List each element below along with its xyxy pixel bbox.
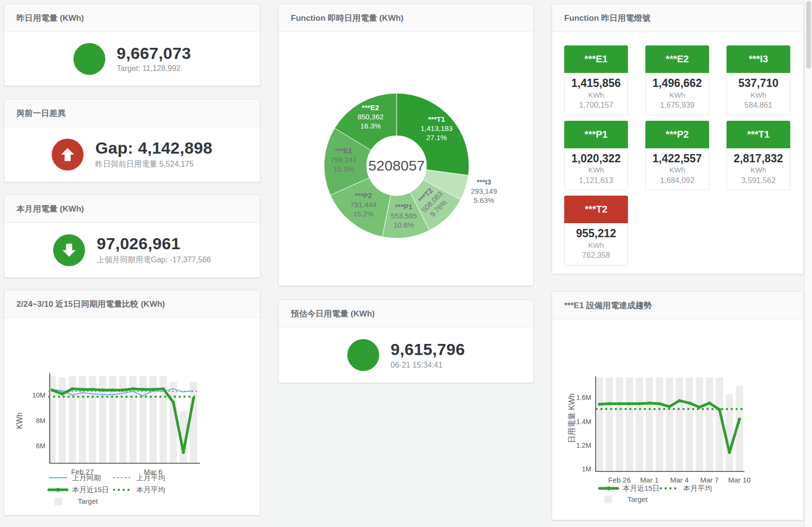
series-point: [101, 388, 104, 391]
legend-item[interactable]: 本月近15日: [599, 484, 660, 492]
status-tile-p2: ***P21,422,557KWh1,684,092: [645, 121, 709, 191]
legend-label: 上月平均: [136, 473, 165, 482]
tile-header: ***T2: [564, 196, 628, 223]
tile-unit: KWh: [727, 165, 790, 175]
legend-label: 本月平均: [136, 485, 165, 494]
legend-item[interactable]: 本月平均: [113, 485, 165, 494]
tile-subvalue: 1,684,092: [646, 175, 709, 186]
series-point: [71, 387, 74, 390]
tile-value: 1,496,662: [646, 76, 709, 90]
legend-item[interactable]: 上月同期: [49, 473, 101, 482]
stat-timestamp: 06-21 15:34:41: [391, 361, 465, 370]
tile-header: ***I3: [727, 45, 790, 73]
tile-body: 2,817,832KWh3,591,562: [727, 148, 790, 191]
series-point: [628, 402, 631, 405]
y-axis-label: KWh: [15, 413, 24, 429]
x-tick-label: Mar 7: [700, 476, 719, 484]
status-tile-e2: ***E21,496,662KWh1,675,939: [645, 45, 709, 115]
legend-label: 本月近15日: [623, 484, 660, 492]
dashboard: 昨日用電量 (KWh) 9,667,073 Target: 11,128,992…: [0, 0, 812, 527]
tile-subvalue: 1,675,939: [646, 100, 709, 111]
y-tick-label: 6M: [36, 442, 45, 450]
panel-title[interactable]: Function 昨日用電燈號: [564, 13, 650, 24]
target-bar: [676, 377, 683, 471]
panel-header: ***E1 設備用電達成趨勢: [552, 292, 803, 319]
arrow-down-icon: [53, 234, 85, 266]
panel-body: ***E11,415,856KWh1,700,157***E21,496,662…: [552, 32, 803, 274]
stat-row: 9,615,796 06-21 15:34:41: [279, 328, 533, 383]
tile-unit: KWh: [565, 165, 627, 175]
series-point: [172, 400, 175, 403]
target-bar: [696, 377, 703, 471]
stat-value: 9,667,073: [117, 44, 191, 62]
target-bar: [616, 377, 623, 471]
legend-label: 上月同期: [72, 473, 101, 482]
legend-item[interactable]: Target: [55, 497, 99, 505]
panel-estimate-today: 預估今日用電量 (KWh) 9,615,796 06-21 15:34:41: [278, 299, 534, 383]
realtime-usage-donut-chart: ***T11,413,18327.1%***I3293,1495.63%***T…: [279, 32, 533, 285]
series-point: [618, 402, 621, 405]
legend-square-icon: [604, 496, 612, 503]
legend-item[interactable]: 上月平均: [113, 473, 165, 482]
series-point: [718, 408, 721, 411]
status-tile-t1: ***T12,817,832KWh3,591,562: [727, 121, 790, 191]
panel-title[interactable]: Function 即時日用電量 (KWh): [291, 13, 403, 24]
tile-body: 1,496,662KWh1,675,939: [645, 73, 709, 115]
scrollbar-track[interactable]: [804, 0, 812, 527]
tile-subvalue: 1,700,157: [565, 100, 627, 111]
tile-unit: KWh: [727, 90, 790, 100]
stat-row: 97,026,961 上個月同期用電Gap: -17,377,566: [4, 223, 260, 277]
panel-yesterday-usage: 昨日用電量 (KWh) 9,667,073 Target: 11,128,992: [4, 4, 260, 86]
series-point: [638, 402, 641, 405]
series-point: [152, 388, 155, 391]
panel-title[interactable]: 預估今日用電量 (KWh): [291, 308, 375, 319]
panel-status-lights: Function 昨日用電燈號 ***E11,415,856KWh1,700,1…: [552, 4, 804, 274]
panel-title[interactable]: 與前一日差異: [16, 108, 66, 119]
stat-value: 9,615,796: [391, 341, 465, 358]
panel-title[interactable]: 本月用電量 (KWh): [16, 203, 84, 214]
target-bar: [596, 377, 603, 471]
stat-text: 9,667,073 Target: 11,128,992: [117, 44, 191, 73]
target-bar: [686, 377, 693, 471]
status-tile-p1: ***P11,020,322KWh1,121,613: [564, 121, 628, 191]
tile-value: 955,212: [565, 227, 627, 241]
series-point: [162, 387, 165, 390]
series-point: [51, 388, 54, 391]
y-tick-label: 8M: [36, 417, 45, 425]
panel-body: 9,667,073 Target: 11,128,992: [4, 32, 260, 85]
donut-slice-label: ***I3293,1495.63%: [471, 178, 497, 204]
scrollbar-thumb[interactable]: [806, 1, 811, 69]
series-point: [728, 451, 731, 454]
stat-text: 9,615,796 06-21 15:34:41: [391, 341, 465, 369]
legend-item[interactable]: 本月平均: [660, 484, 712, 492]
series-point: [91, 388, 94, 391]
legend-label: 本月近15日: [72, 485, 109, 494]
series-point: [121, 388, 124, 391]
series-point: [658, 402, 661, 405]
panel-body: Gap: 4,142,898 昨日與前日用電量 5,524,175: [4, 127, 260, 182]
panel-header: 預估今日用電量 (KWh): [279, 300, 533, 328]
panel-body: 97,026,961 上個月同期用電Gap: -17,377,566: [4, 223, 260, 277]
legend-label: Target: [78, 497, 99, 505]
legend-line-dot: [607, 486, 611, 490]
tile-value: 1,422,557: [646, 152, 709, 166]
series-point: [142, 388, 144, 391]
tile-body: 955,212KWh762,358: [564, 223, 628, 266]
stat-subtext: 昨日與前日用電量 5,524,175: [95, 159, 212, 170]
legend-item[interactable]: Target: [604, 495, 648, 503]
panel-title[interactable]: 昨日用電量 (KWh): [16, 13, 84, 24]
panel-title[interactable]: ***E1 設備用電達成趨勢: [564, 300, 652, 311]
tile-body: 537,710KWh584,861: [727, 73, 790, 115]
y-tick-label: 1M: [582, 465, 591, 473]
stat-subtext: 上個月同期用電Gap: -17,377,566: [97, 255, 211, 265]
panel-title[interactable]: 2/24~3/10 近15日同期用電量比較 (KWh): [16, 299, 165, 310]
tile-subvalue: 584,861: [727, 100, 790, 111]
series-point: [668, 405, 671, 408]
series-point: [182, 451, 185, 454]
tile-body: 1,422,557KWh1,684,092: [645, 148, 709, 191]
target-bar: [636, 377, 643, 471]
series-point: [648, 401, 651, 404]
legend-item[interactable]: 本月近15日: [49, 485, 109, 494]
panel-header: Function 昨日用電燈號: [552, 4, 803, 32]
panel-gap-prev-day: 與前一日差異 Gap: 4,142,898 昨日與前日用電量 5,524,175: [4, 99, 260, 182]
